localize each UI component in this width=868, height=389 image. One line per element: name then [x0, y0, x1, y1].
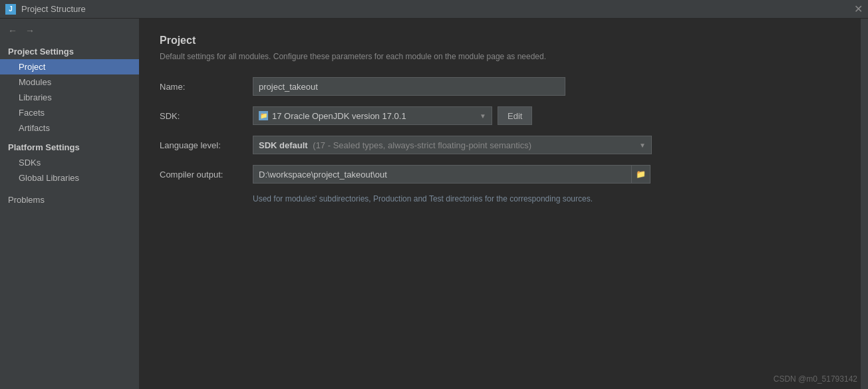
sidebar-item-artifacts[interactable]: Artifacts	[0, 120, 139, 136]
platform-settings-header: Platform Settings	[0, 136, 139, 155]
sdk-dropdown[interactable]: 📁 17 Oracle OpenJDK version 17.0.1 ▼	[253, 106, 492, 125]
compiler-output-wrapper: 📁	[253, 165, 651, 184]
name-label: Name:	[160, 82, 253, 92]
language-dropdown-arrow: ▼	[639, 142, 646, 149]
sidebar-item-facets[interactable]: Facets	[0, 105, 139, 120]
window: J Project Structure ✕ ← → Project Settin…	[0, 0, 868, 389]
language-level-normal: (17 - Sealed types, always-strict floati…	[313, 140, 531, 150]
window-title: Project Structure	[21, 4, 86, 14]
sdk-dropdown-wrapper: 📁 17 Oracle OpenJDK version 17.0.1 ▼ Edi…	[253, 106, 532, 125]
compiler-help-text: Used for modules' subdirectories, Produc…	[253, 194, 840, 203]
title-bar-left: J Project Structure	[5, 4, 86, 15]
main-content: Project Default settings for all modules…	[140, 19, 860, 389]
sidebar-item-modules[interactable]: Modules	[0, 74, 139, 90]
page-title: Project	[160, 35, 840, 47]
close-icon[interactable]: ✕	[854, 3, 863, 15]
sdk-value: 17 Oracle OpenJDK version 17.0.1	[272, 111, 406, 121]
content-area: ← → Project Settings Project Modules Lib…	[0, 19, 868, 389]
sidebar: ← → Project Settings Project Modules Lib…	[0, 19, 140, 389]
sidebar-item-problems[interactable]: Problems	[0, 192, 139, 207]
language-level-dropdown[interactable]: SDK default (17 - Sealed types, always-s…	[253, 136, 652, 154]
sdk-folder-icon: 📁	[259, 111, 268, 120]
sdk-row: SDK: 📁 17 Oracle OpenJDK version 17.0.1 …	[160, 106, 840, 125]
watermark: CSDN @m0_51793142	[774, 374, 857, 384]
nav-buttons: ← →	[0, 21, 139, 43]
app-icon: J	[5, 4, 16, 15]
language-level-label: Language level:	[160, 140, 253, 150]
sidebar-item-libraries[interactable]: Libraries	[0, 90, 139, 105]
sidebar-item-project[interactable]: Project	[0, 59, 139, 74]
name-row: Name:	[160, 77, 840, 96]
language-level-value: SDK default (17 - Sealed types, always-s…	[259, 140, 531, 150]
project-settings-header: Project Settings	[0, 43, 139, 59]
language-level-bold: SDK default	[259, 140, 308, 150]
name-input[interactable]	[253, 77, 565, 96]
edit-button[interactable]: Edit	[498, 106, 532, 125]
language-level-row: Language level: SDK default (17 - Sealed…	[160, 136, 840, 154]
back-button[interactable]: ←	[5, 24, 20, 37]
scrollbar[interactable]	[860, 19, 868, 389]
compiler-folder-button[interactable]: 📁	[632, 165, 651, 184]
compiler-output-input[interactable]	[253, 165, 632, 184]
title-bar: J Project Structure ✕	[0, 0, 868, 19]
compiler-output-label: Compiler output:	[160, 170, 253, 180]
sdk-dropdown-arrow: ▼	[480, 112, 486, 120]
compiler-output-row: Compiler output: 📁	[160, 165, 840, 184]
forward-button[interactable]: →	[23, 24, 37, 37]
sidebar-item-global-libraries[interactable]: Global Libraries	[0, 170, 139, 186]
sidebar-item-sdks[interactable]: SDKs	[0, 155, 139, 170]
sdk-label: SDK:	[160, 111, 253, 121]
page-description: Default settings for all modules. Config…	[160, 52, 840, 61]
sdk-dropdown-left: 📁 17 Oracle OpenJDK version 17.0.1	[259, 111, 406, 121]
